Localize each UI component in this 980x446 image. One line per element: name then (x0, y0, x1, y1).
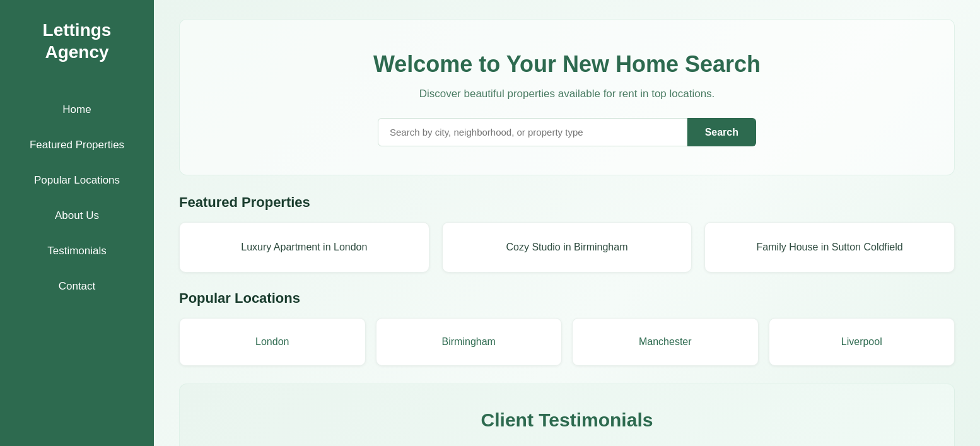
testimonials-section: Client Testimonials “The agency helped m… (179, 384, 955, 446)
property-card-1[interactable]: Cozy Studio in Birmingham (442, 222, 692, 273)
sidebar-nav: Home Featured Properties Popular Locatio… (0, 95, 154, 302)
popular-locations-title: Popular Locations (179, 290, 955, 307)
property-card-2[interactable]: Family House in Sutton Coldfield (704, 222, 955, 273)
hero-section: Welcome to Your New Home Search Discover… (179, 19, 955, 175)
sidebar-item-home[interactable]: Home (0, 95, 154, 125)
popular-locations-section: Popular Locations London Birmingham Manc… (179, 290, 955, 366)
search-bar: Search (378, 118, 756, 146)
testimonials-title: Client Testimonials (205, 409, 929, 431)
sidebar-item-featured-properties[interactable]: Featured Properties (0, 130, 154, 160)
locations-grid: London Birmingham Manchester Liverpool (179, 318, 955, 366)
featured-properties-title: Featured Properties (179, 194, 955, 211)
location-card-birmingham[interactable]: Birmingham (376, 318, 563, 366)
featured-properties-section: Featured Properties Luxury Apartment in … (179, 194, 955, 273)
sidebar-item-testimonials[interactable]: Testimonials (0, 236, 154, 266)
search-input[interactable] (378, 118, 687, 146)
sidebar-logo: Lettings Agency (0, 19, 154, 63)
hero-subtitle: Discover beautiful properties available … (205, 88, 929, 100)
sidebar: Lettings Agency Home Featured Properties… (0, 0, 154, 446)
location-card-london[interactable]: London (179, 318, 366, 366)
sidebar-item-popular-locations[interactable]: Popular Locations (0, 165, 154, 196)
sidebar-item-about-us[interactable]: About Us (0, 201, 154, 231)
main-content: Welcome to Your New Home Search Discover… (154, 0, 980, 446)
location-card-manchester[interactable]: Manchester (572, 318, 759, 366)
location-card-liverpool[interactable]: Liverpool (769, 318, 955, 366)
search-button[interactable]: Search (687, 118, 756, 146)
sidebar-item-contact[interactable]: Contact (0, 271, 154, 302)
hero-title: Welcome to Your New Home Search (205, 51, 929, 78)
property-card-0[interactable]: Luxury Apartment in London (179, 222, 429, 273)
properties-grid: Luxury Apartment in London Cozy Studio i… (179, 222, 955, 273)
